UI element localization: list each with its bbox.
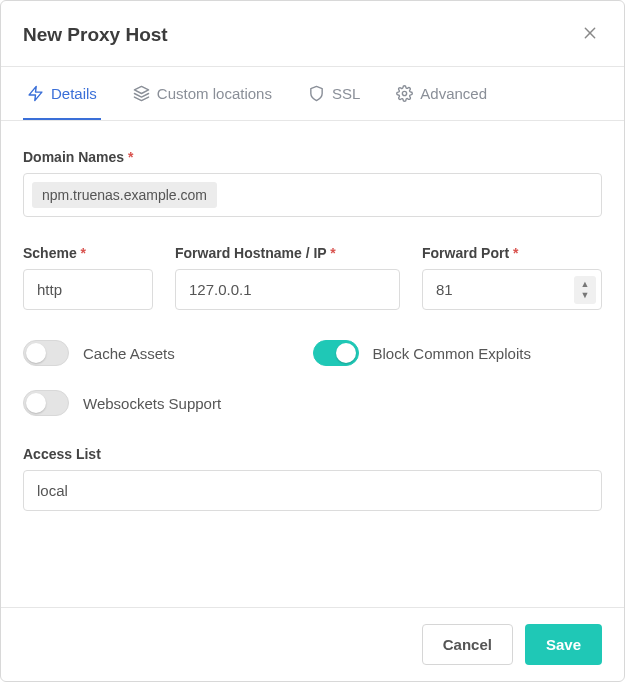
svg-marker-2: [29, 86, 42, 100]
modal-new-proxy-host: New Proxy Host Details Custom locations: [0, 0, 625, 682]
tab-ssl-label: SSL: [332, 85, 360, 102]
scheme-select[interactable]: [23, 269, 153, 310]
close-icon: [582, 25, 598, 41]
cancel-button[interactable]: Cancel: [422, 624, 513, 665]
forward-row: Scheme * Forward Hostname / IP * Forward…: [23, 245, 602, 310]
save-button[interactable]: Save: [525, 624, 602, 665]
toggles-row-2: Websockets Support: [23, 390, 602, 416]
forward-port-label: Forward Port *: [422, 245, 602, 261]
access-list-section: Access List: [23, 446, 602, 511]
access-list-label: Access List: [23, 446, 602, 462]
scheme-label: Scheme *: [23, 245, 153, 261]
port-stepper[interactable]: ▲ ▼: [574, 276, 596, 304]
block-exploits-toggle[interactable]: [313, 340, 359, 366]
domain-chip[interactable]: npm.truenas.example.com: [32, 182, 217, 208]
tab-advanced[interactable]: Advanced: [392, 67, 491, 120]
block-exploits-label: Block Common Exploits: [373, 345, 531, 362]
tab-custom-locations-label: Custom locations: [157, 85, 272, 102]
domain-names-label: Domain Names *: [23, 149, 602, 165]
port-column: Forward Port * ▲ ▼: [422, 245, 602, 310]
websockets-label: Websockets Support: [83, 395, 221, 412]
chevron-down-icon: ▼: [581, 291, 590, 300]
tab-bar: Details Custom locations SSL Advanced: [1, 67, 624, 121]
cache-assets-label: Cache Assets: [83, 345, 175, 362]
websockets-toggle[interactable]: [23, 390, 69, 416]
scheme-column: Scheme *: [23, 245, 153, 310]
modal-body: Domain Names * npm.truenas.example.com S…: [1, 121, 624, 607]
access-list-select[interactable]: [23, 470, 602, 511]
modal-title: New Proxy Host: [23, 24, 168, 46]
block-exploits-group: Block Common Exploits: [313, 340, 603, 366]
tab-details[interactable]: Details: [23, 67, 101, 120]
tab-details-label: Details: [51, 85, 97, 102]
modal-footer: Cancel Save: [1, 607, 624, 681]
layers-icon: [133, 85, 150, 102]
svg-point-4: [403, 91, 407, 95]
chevron-up-icon: ▲: [581, 280, 590, 289]
gear-icon: [396, 85, 413, 102]
hostname-column: Forward Hostname / IP *: [175, 245, 400, 310]
toggles-row-1: Cache Assets Block Common Exploits: [23, 340, 602, 366]
modal-header: New Proxy Host: [1, 1, 624, 67]
cache-assets-group: Cache Assets: [23, 340, 313, 366]
svg-marker-3: [134, 86, 148, 93]
tab-ssl[interactable]: SSL: [304, 67, 364, 120]
close-button[interactable]: [578, 21, 602, 48]
websockets-group: Websockets Support: [23, 390, 313, 416]
forward-hostname-label: Forward Hostname / IP *: [175, 245, 400, 261]
tab-advanced-label: Advanced: [420, 85, 487, 102]
lightning-icon: [27, 85, 44, 102]
tab-custom-locations[interactable]: Custom locations: [129, 67, 276, 120]
shield-icon: [308, 85, 325, 102]
cache-assets-toggle[interactable]: [23, 340, 69, 366]
domain-names-input[interactable]: npm.truenas.example.com: [23, 173, 602, 217]
forward-hostname-input[interactable]: [175, 269, 400, 310]
